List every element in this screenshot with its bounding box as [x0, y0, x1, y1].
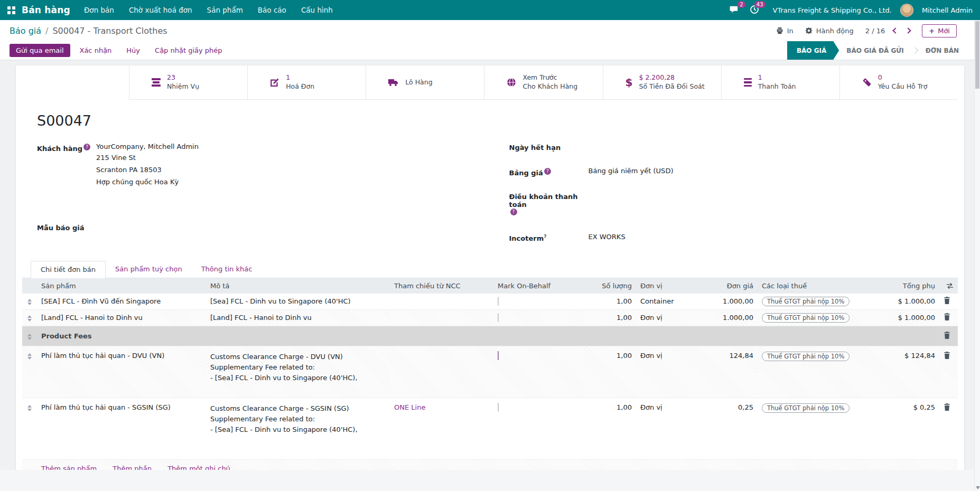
- uom-cell[interactable]: Container: [636, 294, 695, 310]
- step-quotation[interactable]: BÁO GIÁ: [787, 41, 839, 60]
- description-cell[interactable]: Customs Clearance Charge - SGSIN (SG) Su…: [206, 398, 390, 460]
- stat-shipments-button[interactable]: Lô Hàng: [366, 65, 484, 99]
- update-license-button[interactable]: Cập nhật giấy phép: [150, 44, 228, 57]
- apps-grid-icon[interactable]: [7, 6, 15, 14]
- stat-tasks-button[interactable]: 23Nhiệm Vụ: [129, 65, 247, 99]
- pager: 2 / 16: [865, 27, 910, 35]
- cancel-button[interactable]: Hủy: [121, 44, 145, 57]
- unit-price-cell[interactable]: 0,25: [695, 398, 758, 460]
- quantity-cell[interactable]: 1,00: [584, 294, 636, 310]
- scrollbar-thumb[interactable]: [975, 21, 979, 89]
- product-cell[interactable]: [Land] FCL - Hanoi to Dinh vu: [37, 309, 206, 326]
- user-avatar[interactable]: [900, 4, 913, 17]
- actions-button[interactable]: Hành động: [805, 27, 854, 35]
- optional-columns-icon[interactable]: [946, 282, 954, 289]
- tab-optional-products[interactable]: Sản phẩm tuỳ chọn: [106, 261, 192, 278]
- expiration-date-field[interactable]: [589, 143, 950, 152]
- quantity-cell[interactable]: 1,00: [584, 398, 636, 460]
- pricelist-field[interactable]: Bảng giá niêm yết (USD): [589, 167, 950, 176]
- drag-handle-icon[interactable]: [26, 297, 33, 305]
- quantity-cell[interactable]: 1,00: [584, 309, 636, 326]
- incoterm-field[interactable]: EX WORKS: [589, 233, 950, 242]
- unit-price-cell[interactable]: 1.000,00: [695, 294, 758, 310]
- gear-icon: [805, 27, 813, 34]
- messages-badge: 2: [738, 1, 745, 8]
- confirm-button[interactable]: Xác nhận: [74, 44, 117, 57]
- description-cell[interactable]: [Sea] FCL - Dinh vu to Singapore (40'HC): [206, 294, 390, 310]
- description-cell[interactable]: Customs Clearance Charge - DVU (VN) Supp…: [206, 346, 390, 398]
- section-name[interactable]: Product Fees: [37, 326, 939, 346]
- uom-cell[interactable]: Đơn vị: [636, 398, 695, 460]
- tax-tag[interactable]: Thuế GTGT phải nộp 10%: [762, 403, 850, 413]
- vendor-ref-link[interactable]: ONE Line: [394, 403, 425, 411]
- on-behalf-checkbox[interactable]: [498, 313, 499, 322]
- vendor-ref-cell[interactable]: [390, 346, 493, 398]
- scrollbar-down-arrow-icon[interactable]: [976, 486, 980, 489]
- pager-value: 2 / 16: [865, 27, 885, 35]
- customer-label: Khách hàng?: [37, 143, 96, 153]
- tab-other-info[interactable]: Thông tin khác: [192, 261, 262, 278]
- stat-support-tickets-button[interactable]: 0Yêu Cầu Hỗ Trợ: [839, 65, 958, 99]
- stat-invoices-button[interactable]: 1Hoá Đơn: [247, 65, 366, 99]
- breadcrumb: Báo giá / S00047 - Transport Clothes: [10, 26, 167, 36]
- print-button[interactable]: In: [776, 27, 794, 35]
- add-product-link[interactable]: Thêm sản phẩm: [41, 465, 97, 470]
- quantity-cell[interactable]: 1,00: [584, 346, 636, 398]
- unit-price-cell[interactable]: 124,84: [695, 346, 758, 398]
- tax-tag[interactable]: Thuế GTGT phải nộp 10%: [762, 297, 850, 306]
- step-sales-order[interactable]: ĐƠN BÁN: [918, 41, 966, 60]
- printer-icon: [776, 27, 783, 34]
- uom-cell[interactable]: Đơn vị: [636, 309, 695, 326]
- add-note-link[interactable]: Thêm một ghi chú: [167, 465, 230, 470]
- breadcrumb-quotations-link[interactable]: Báo giá: [10, 26, 41, 36]
- step-quotation-sent[interactable]: BÁO GIÁ ĐÃ GỬI: [839, 41, 911, 60]
- menu-reporting[interactable]: Báo cáo: [258, 6, 286, 14]
- user-menu[interactable]: Mitchell Admin: [922, 6, 973, 14]
- drag-handle-icon[interactable]: [26, 403, 33, 411]
- delete-row-icon[interactable]: [944, 313, 950, 320]
- step-separator-icon: [911, 47, 918, 54]
- messages-button[interactable]: 2: [730, 5, 741, 15]
- send-by-email-button[interactable]: Gửi qua email: [10, 44, 70, 57]
- pager-previous-icon[interactable]: [893, 27, 899, 33]
- on-behalf-checkbox[interactable]: [498, 297, 499, 306]
- app-name[interactable]: Bán hàng: [22, 5, 70, 15]
- delete-row-icon[interactable]: [944, 332, 950, 339]
- delete-row-icon[interactable]: [944, 403, 950, 411]
- product-cell[interactable]: [SEA] FCL - Đình Vũ đến Singapore: [37, 294, 206, 310]
- company-switcher[interactable]: VTrans Freight & Shipping Co., Ltd.: [773, 6, 892, 14]
- tax-tag[interactable]: Thuế GTGT phải nộp 10%: [762, 313, 850, 323]
- add-section-link[interactable]: Thêm phần: [113, 465, 152, 470]
- stat-reconciled-amount-button[interactable]: $ $ 2.200,28Số Tiền Đã Đối Soát: [603, 65, 721, 99]
- stat-payments-button[interactable]: 1Thanh Toán: [721, 65, 839, 99]
- delete-row-icon[interactable]: [944, 297, 950, 304]
- new-button[interactable]: + Mới: [922, 24, 957, 37]
- customer-name-field[interactable]: YourCompany, Mitchell Admin: [96, 143, 478, 152]
- drag-handle-icon[interactable]: [26, 314, 33, 322]
- vendor-ref-cell[interactable]: [390, 309, 493, 326]
- menu-to-invoice[interactable]: Chờ xuất hoá đơn: [129, 6, 192, 14]
- vendor-ref-cell[interactable]: [390, 294, 493, 310]
- tax-tag[interactable]: Thuế GTGT phải nộp 10%: [762, 352, 850, 361]
- unit-price-cell[interactable]: 1.000,00: [695, 309, 758, 326]
- expiration-label: Ngày hết hạn: [509, 143, 589, 152]
- vertical-scrollbar[interactable]: [974, 20, 980, 491]
- pager-next-icon[interactable]: [906, 27, 911, 33]
- menu-orders[interactable]: Đơn bán: [84, 6, 114, 14]
- product-cell[interactable]: Phí làm thủ tục hải quan - DVU (VN): [37, 346, 206, 398]
- activities-button[interactable]: 43: [750, 5, 761, 15]
- uom-cell[interactable]: Đơn vị: [636, 346, 695, 398]
- on-behalf-checkbox[interactable]: [498, 351, 499, 360]
- description-cell[interactable]: [Land] FCL - Hanoi to Dinh vu: [206, 309, 390, 326]
- delete-row-icon[interactable]: [944, 352, 950, 359]
- drag-handle-icon[interactable]: [26, 332, 33, 340]
- product-cell[interactable]: Phí làm thủ tục hải quan - SGSIN (SG): [37, 398, 206, 460]
- menu-configuration[interactable]: Cấu hình: [301, 6, 333, 14]
- on-behalf-checkbox[interactable]: [498, 403, 499, 412]
- tab-order-lines[interactable]: Chi tiết đơn bán: [31, 261, 106, 278]
- quotation-template-field[interactable]: [96, 223, 478, 232]
- drag-handle-icon[interactable]: [26, 352, 33, 360]
- menu-products[interactable]: Sản phẩm: [207, 6, 243, 14]
- payment-terms-field[interactable]: [589, 192, 950, 201]
- stat-customer-preview-button[interactable]: Xem TrướcCho Khách Hàng: [484, 65, 602, 99]
